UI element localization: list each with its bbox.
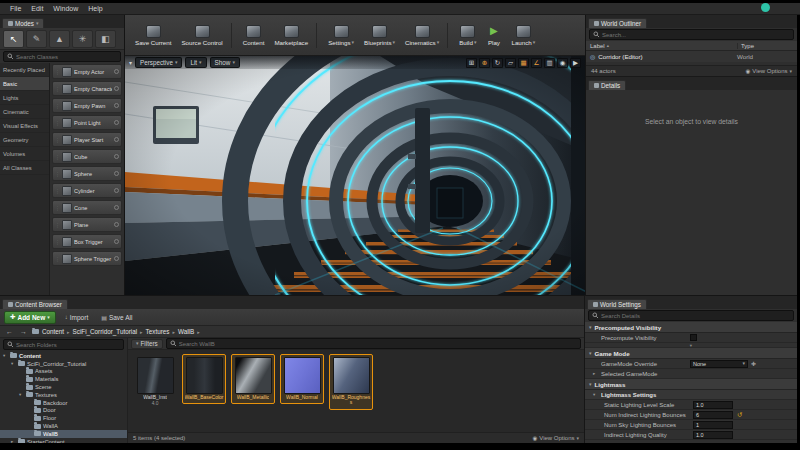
WallB_Metallic[interactable]: WallB_Metallic [231,354,275,404]
outliner-view-options[interactable]: ◉ View Options ▾ [745,68,792,74]
tree-item[interactable]: ▸ StarterContent [0,438,127,443]
tab-modes[interactable]: Modes ▾ [2,18,44,28]
class-category[interactable]: Cinematic [0,105,49,119]
tree-item[interactable]: Scene [0,383,127,391]
section-precomputed-visibility[interactable]: ▾ Precomputed Visibility [585,322,797,333]
build-button[interactable]: Build▾ [455,23,480,48]
WallB_Roughness[interactable]: WallB_Roughness [329,354,373,410]
value-field[interactable]: 6▾ [693,411,733,419]
section-lightmass[interactable]: ▾ Lightmass [585,379,797,390]
placeable-item[interactable]: ⋮ Cube [52,149,122,164]
tree-item[interactable]: WallB [0,430,127,438]
outliner-search[interactable] [589,29,794,40]
foliage-mode-icon[interactable]: ✳ [72,30,93,48]
WallB_BaseColor[interactable]: WallB_BaseColor [182,354,226,404]
expander-icon[interactable]: ▾ [11,361,16,366]
scale-snap-icon[interactable]: ▥ [544,58,555,68]
breadcrumb-segment[interactable]: SciFi_Corridor_Tutorial [73,328,143,335]
assets-search[interactable] [166,338,581,349]
expander-icon[interactable]: ▸ [593,371,598,376]
filters-button[interactable]: ▾ Filters [131,339,163,349]
class-category[interactable]: All Classes [0,161,49,175]
save-all-button[interactable]: ▤ Save All [97,313,136,322]
placeable-item[interactable]: ⋮ Empty Pawn [52,98,122,113]
class-category[interactable]: Basic [0,77,49,91]
expander-icon[interactable]: ▸ [11,439,16,443]
classes-search[interactable] [3,51,121,62]
maximize-viewport-icon[interactable]: ⊞ [466,58,477,68]
grid-snap-icon[interactable]: ▦ [518,58,529,68]
back-button[interactable]: ← [4,328,15,335]
search-assets-input[interactable] [179,341,577,347]
translate-tool-icon[interactable]: ⊕ [479,58,490,68]
class-category[interactable]: Recently Placed [0,63,49,77]
placeable-item[interactable]: ⋮ Cone [52,200,122,215]
search-classes-input[interactable] [16,54,117,60]
add-icon[interactable]: ✚ [751,360,756,367]
paint-mode-icon[interactable]: ✎ [26,30,47,48]
placeable-item[interactable]: ⋮ Point Light [52,115,122,130]
geometry-mode-icon[interactable]: ◧ [95,30,116,48]
place-mode-icon[interactable]: ↖ [3,30,24,48]
search-details-input[interactable] [601,313,790,319]
outliner-search-input[interactable] [602,32,790,38]
settings-button[interactable]: Settings▾ [324,23,358,48]
landscape-mode-icon[interactable]: ▲ [49,30,70,48]
viewport-options-icon[interactable]: ▾ [129,59,132,66]
source-control-button[interactable]: Source Control▾ [177,23,231,48]
section-game-mode[interactable]: ▾ Game Mode [585,348,797,359]
lit-mode-dropdown[interactable]: Lit ▾ [185,57,206,68]
value-field[interactable]: 1.0▾ [693,401,733,409]
class-category[interactable]: Geometry [0,133,49,147]
blueprints-button[interactable]: Blueprints▾ [360,23,399,48]
search-folders-input[interactable] [16,342,120,348]
tree-item[interactable]: Backdoor [0,399,127,407]
placeable-item[interactable]: ⋮ Player Start [52,132,122,147]
level-viewport-render[interactable] [125,56,585,295]
class-category[interactable]: Volumes [0,147,49,161]
type-column-header[interactable]: Type [737,43,793,49]
placeable-item[interactable]: ⋮ Cylinder [52,183,122,198]
placeable-item[interactable]: ⋮ Sphere [52,166,122,181]
rotate-tool-icon[interactable]: ↻ [492,58,503,68]
expander-icon[interactable]: ▾ [3,353,8,358]
cinematics-button[interactable]: Cinematics▾ [401,23,448,48]
value-field[interactable]: 1.0▾ [693,431,733,439]
placeable-item[interactable]: ⋮ Box Trigger [52,234,122,249]
perspective-dropdown[interactable]: Perspective ▾ [135,57,182,68]
show-flags-dropdown[interactable]: Show ▾ [210,57,240,68]
menu-file[interactable]: File [5,5,26,12]
save-current-button[interactable]: Save Current▾ [131,23,175,48]
placeable-item[interactable]: ⋮ Sphere Trigger [52,251,122,266]
tree-item[interactable]: ▾ Content [0,352,127,360]
reset-to-default-icon[interactable]: ↺ [737,411,742,419]
launch-button[interactable]: Launch▾ [507,23,539,48]
class-category[interactable]: Visual Effects [0,119,49,133]
play-button[interactable]: ▶ Play▾ [482,23,505,48]
placeable-item[interactable]: ⋮ Empty Actor [52,64,122,79]
placeable-item[interactable]: ⋮ Empty Character [52,81,122,96]
tree-item[interactable]: Floor [0,414,127,422]
expander-icon[interactable]: ▾ [19,392,24,397]
rotation-snap-icon[interactable]: ∠ [531,58,542,68]
menu-window[interactable]: Window [48,5,83,12]
folders-search[interactable] [3,339,124,350]
value-field[interactable]: 1▾ [693,421,733,429]
checkbox[interactable] [690,334,697,341]
tab-content-browser[interactable]: Content Browser [2,299,68,309]
value-field[interactable]: None▾ [690,360,748,368]
breadcrumb-segment[interactable]: Textures [146,328,175,335]
camera-icon[interactable]: ▶ [570,58,581,68]
import-button[interactable]: ↓ Import [61,313,92,322]
forward-button[interactable]: → [18,328,29,335]
settings-search[interactable] [588,310,794,321]
breadcrumb-segment[interactable]: Content [42,328,70,335]
tree-item[interactable]: Materials [0,375,127,383]
tree-item[interactable]: WallA [0,422,127,430]
expander-icon[interactable]: ▾ [593,392,598,397]
tree-item[interactable]: ▾ Textures [0,391,127,399]
add-new-button[interactable]: ✚ Add New ▾ [4,311,56,324]
tree-item[interactable]: Assets [0,368,127,376]
breadcrumb-segment[interactable]: WallB [178,328,200,335]
label-column-header[interactable]: Label▴ [590,43,737,49]
